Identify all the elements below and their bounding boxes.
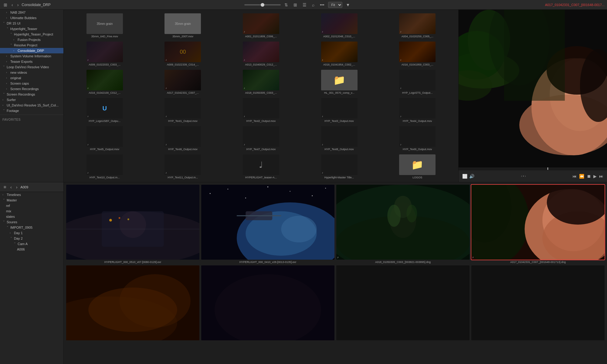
more-btn[interactable]: ••• bbox=[319, 2, 326, 8]
media-item[interactable]: ♪ HYP_Text4_Output.mov bbox=[379, 97, 456, 124]
media-item[interactable]: U ♪ HYP_LogoUSEF_Outpu... bbox=[66, 97, 143, 124]
media-item[interactable]: 00 ♪ A009_01022339_C014_... bbox=[144, 40, 222, 67]
day2-label: Day 2 bbox=[14, 237, 23, 240]
sidebar-item-resolve-project[interactable]: › Resolve Project bbox=[0, 42, 63, 48]
media-item[interactable]: 35mm grain 35mm_64D_Fine.mov bbox=[66, 12, 143, 39]
skip-fwd-btn[interactable]: ⏭ bbox=[599, 174, 603, 179]
monitor-btn[interactable]: ⬜ bbox=[462, 174, 467, 179]
sort-icon-btn[interactable]: ⇅ bbox=[283, 2, 289, 8]
media-item[interactable]: ♪ HYP_Text10_Output.m... bbox=[66, 153, 143, 180]
bottom-item[interactable] bbox=[201, 265, 334, 341]
top-bar-left: ⊞ ‹ › Consolidate_DRP bbox=[2, 2, 51, 8]
bottom-item-selected[interactable]: ♪ A017_01042331_C007_[001648-001713].dng bbox=[471, 185, 605, 264]
bottom-item[interactable] bbox=[336, 265, 470, 341]
mix-item[interactable]: mix bbox=[0, 208, 63, 214]
media-item[interactable]: ♪ HYP_Text6_Output.mov bbox=[144, 125, 222, 152]
transport-controls: ⏮ ⏪ ⏹ ▶ ⏭ bbox=[572, 174, 603, 179]
media-item[interactable]: ♪ A009_01022033_C003_... bbox=[66, 40, 143, 67]
day2-item[interactable]: › Day 2 bbox=[0, 236, 63, 241]
sidebar-item-new-videos[interactable]: › new videos bbox=[0, 70, 63, 75]
play-btn[interactable]: ▶ bbox=[593, 174, 597, 179]
media-item[interactable]: ♪ HYP_Text11_Output.m... bbox=[144, 153, 222, 180]
media-item[interactable]: ♪ HYP_Text3_Output.mov bbox=[301, 97, 378, 124]
bottom-item[interactable] bbox=[66, 265, 199, 341]
media-item[interactable]: 📁 LOGOS bbox=[379, 153, 456, 180]
media-item[interactable]: ♪ A018_01050305_C003_... bbox=[222, 69, 300, 96]
sidebar-item-screen-caps[interactable]: › Screen caps bbox=[0, 81, 63, 86]
chevron-icon: › bbox=[6, 55, 9, 58]
ref-item[interactable]: ref bbox=[0, 203, 63, 208]
sidebar-item-hyperlight-teaser[interactable]: › Hyperlight_Teaser bbox=[0, 26, 63, 32]
bottom-nav-back[interactable]: ‹ bbox=[9, 184, 13, 190]
cam-a-item[interactable]: › Cam A bbox=[0, 241, 63, 247]
sidebar-item-system-volume[interactable]: › System Volume Information bbox=[0, 53, 63, 59]
sidebar-item-screen-rec2[interactable]: › Screen Recordings bbox=[0, 92, 63, 97]
media-item[interactable]: ♪ A016_01042100_C012_... bbox=[66, 69, 143, 96]
media-item[interactable]: ♪ HYP_Text9_Output.mov bbox=[379, 125, 456, 152]
master-label: Master bbox=[7, 198, 17, 202]
master-item[interactable]: › Master bbox=[0, 197, 63, 203]
nav-forward-btn[interactable]: › bbox=[16, 2, 20, 8]
zoom-slider[interactable] bbox=[244, 4, 281, 5]
volume-btn[interactable]: 🔊 bbox=[469, 174, 474, 179]
window-icon-btn[interactable]: ⊞ bbox=[2, 2, 8, 8]
sidebar-item-fusion[interactable]: › Fusion Projects bbox=[0, 37, 63, 42]
search-btn[interactable]: ⌕ bbox=[311, 2, 316, 8]
sidebar-item-nab[interactable]: › NAB 2847 bbox=[0, 10, 63, 15]
sidebar-item-footage[interactable]: › Footage bbox=[0, 108, 63, 113]
media-item[interactable]: ♪ HYP_Text1_Output.mov bbox=[144, 97, 222, 124]
a006-item[interactable]: A006 bbox=[0, 247, 63, 252]
import-item[interactable]: › IMPORT_0905 bbox=[0, 225, 63, 230]
sidebar-item-hyperlight-project[interactable]: › Hyperlight_Teaser_Project bbox=[0, 32, 63, 37]
media-item[interactable]: ♩ HYPERLIGHT_teaser-A... bbox=[222, 153, 300, 180]
bottom-panel-icon[interactable]: ⊞ bbox=[2, 185, 7, 189]
sidebar-item-ultimatte[interactable]: › Ultimatte Bubbles bbox=[0, 15, 63, 21]
media-item[interactable]: ♪ HYP_Text8_Output.mov bbox=[301, 125, 378, 152]
sidebar-item-original[interactable]: › original bbox=[0, 75, 63, 81]
media-item[interactable]: ♪ A013_01040029_C012_... bbox=[222, 40, 300, 67]
sidebar-item-teaser-exports[interactable]: › Teaser Exports bbox=[0, 59, 63, 64]
bottom-item[interactable] bbox=[471, 265, 605, 341]
sidebar-item-surfer[interactable]: › Surfer bbox=[0, 97, 63, 103]
bottom-item[interactable]: HYPERLIGHT_000_0510_v07.[0080-0129].exr bbox=[66, 185, 199, 264]
media-item[interactable]: ♪ HYP_Text2_Output.mov bbox=[222, 97, 300, 124]
left-controls: ⬜ 🔊 bbox=[462, 174, 474, 179]
media-item[interactable]: ♪ A017_01042331_C007_... bbox=[144, 69, 222, 96]
sidebar-item-label: Resolve Project bbox=[14, 43, 37, 47]
audio-icon: ♪ bbox=[322, 59, 323, 61]
sidebar-item-loop-davinci[interactable]: › Loop DaVinci Resolve Video bbox=[0, 64, 63, 70]
grid-view-btn[interactable]: ⊞ bbox=[292, 2, 298, 8]
media-item[interactable]: ♪ A016_01041954_C002_... bbox=[301, 40, 378, 67]
zoom-slider-container[interactable] bbox=[244, 4, 281, 5]
slates-item[interactable]: slates bbox=[0, 214, 63, 219]
media-item[interactable]: 📁 HL_001_0570_comp_v... bbox=[301, 69, 378, 96]
preview-timeline-bar[interactable] bbox=[459, 167, 607, 170]
media-item[interactable]: ♪ A002_01012048_C010_... bbox=[301, 12, 378, 39]
timelines-item[interactable]: › Timelines bbox=[0, 192, 63, 197]
media-item[interactable]: ♪ Hyperlight-Master Title... bbox=[301, 153, 378, 180]
soures-item[interactable]: › Soures bbox=[0, 219, 63, 225]
stop-btn[interactable]: ⏹ bbox=[587, 174, 591, 179]
bottom-item[interactable]: ♪ A018_01050305_C003_[003821-003895].dng bbox=[336, 185, 470, 264]
nav-back-btn[interactable]: ‹ bbox=[10, 2, 14, 8]
sidebar-item-ui-davinci[interactable]: › UI_DaVinci Resolve 15_Surf_Col... bbox=[0, 103, 63, 108]
media-item[interactable]: ♪ HYP_LogoSTS_Output... bbox=[379, 69, 456, 96]
bottom-nav-fwd[interactable]: › bbox=[15, 184, 19, 190]
media-thumbnail: ♪ bbox=[86, 70, 123, 90]
media-item[interactable]: ♪ A001_01011809_C006_... bbox=[222, 12, 300, 39]
list-view-btn[interactable]: ☰ bbox=[301, 2, 308, 8]
day1-item[interactable]: › Day 1 bbox=[0, 230, 63, 236]
bottom-item[interactable]: HYPERLIGHT_000_0410_v28.[0013-0135].exr bbox=[201, 185, 334, 264]
sidebar-item-dr15[interactable]: › DR 15 UI bbox=[0, 21, 63, 26]
media-item[interactable]: ♪ A004_01020259_C005_... bbox=[379, 12, 456, 39]
sidebar-item-screen-rec1[interactable]: › Screen Recordings bbox=[0, 86, 63, 92]
fit-dropdown[interactable]: Fit bbox=[328, 2, 342, 8]
prev-frame-btn[interactable]: ⏪ bbox=[579, 174, 584, 179]
skip-back-btn[interactable]: ⏮ bbox=[572, 174, 577, 179]
media-item[interactable]: 35mm grain 35mm_200T.mov bbox=[144, 12, 222, 39]
fit-arrow-btn[interactable]: ▼ bbox=[345, 2, 351, 8]
media-item[interactable]: ♪ HYP_Text7_Output.mov bbox=[222, 125, 300, 152]
media-item[interactable]: ♪ HYP_Text5_Output.mov bbox=[66, 125, 143, 152]
media-item[interactable]: ♪ A016_01041959_C003_... bbox=[379, 40, 456, 67]
sidebar-item-consolidate[interactable]: › Consolidate_DRP bbox=[0, 48, 63, 53]
